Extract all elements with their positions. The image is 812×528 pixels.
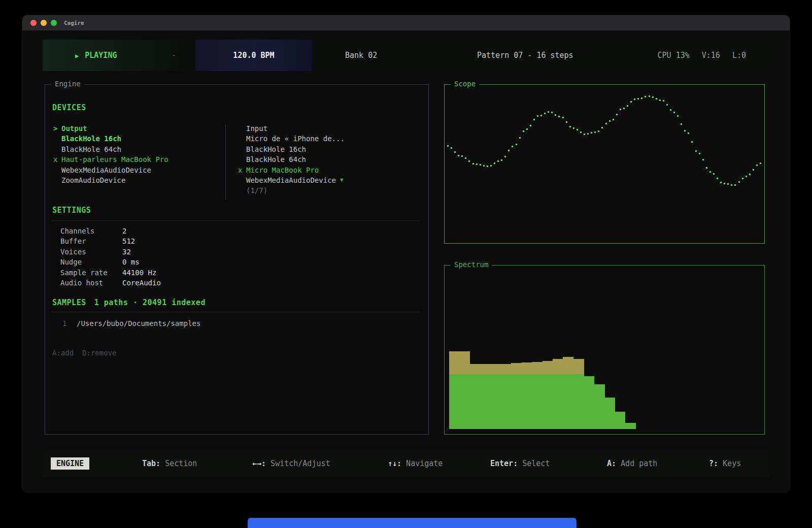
- hint-add-path: A: Add path: [607, 450, 657, 477]
- voices-count: V:16: [702, 40, 720, 71]
- input-pager: (1/7): [238, 185, 345, 195]
- settings-table: Channels2 Buffer512 Voices32 Nudge0 ms S…: [60, 226, 161, 288]
- samples-heading: SAMPLES 1 paths · 20491 indexed: [52, 298, 206, 307]
- sample-path-index: 1: [62, 318, 77, 328]
- setting-row[interactable]: Audio hostCoreAudio: [60, 278, 161, 288]
- app-content: ▶PLAYING - 120.0 BPM Bank 02 Pattern 07 …: [22, 30, 790, 492]
- statusbar-dash: -: [172, 40, 176, 71]
- spectrum-panel: Spectrum: [444, 265, 765, 435]
- divider: [52, 312, 420, 312]
- transport-status[interactable]: ▶PLAYING: [75, 40, 117, 71]
- engine-panel-title: Engine: [51, 80, 84, 88]
- hint-navigate: ↑↓: Navigate: [388, 450, 443, 477]
- section-mode-badge[interactable]: ENGINE: [51, 457, 89, 470]
- hint-switch-adjust: ←→: Switch/Adjust: [252, 450, 330, 477]
- output-column-header[interactable]: >Output: [53, 123, 168, 134]
- settings-heading: SETTINGS: [52, 206, 91, 215]
- bank-display[interactable]: Bank 02: [345, 40, 377, 71]
- input-device-list: Input Micro de « iPhone de... BlackHole …: [238, 123, 345, 196]
- scope-panel: Scope: [444, 84, 765, 244]
- selection-cursor: >: [53, 123, 61, 134]
- sample-path: /Users/bubo/Documents/samples: [77, 318, 200, 328]
- device-item[interactable]: WebexMediaAudioDevice▼: [238, 175, 345, 185]
- device-item[interactable]: BlackHole 16ch: [238, 144, 345, 154]
- play-icon: ▶: [75, 52, 79, 59]
- samples-label: SAMPLES: [52, 298, 86, 307]
- zoom-button[interactable]: [51, 20, 57, 26]
- sample-path-row[interactable]: 1 /Users/bubo/Documents/samples: [62, 318, 200, 328]
- play-label: PLAYING: [85, 51, 117, 60]
- app-window: Cagire ▶PLAYING - 120.0 BPM Bank 02 Patt…: [22, 15, 790, 492]
- status-bar: ▶PLAYING - 120.0 BPM Bank 02 Pattern 07 …: [43, 40, 769, 71]
- device-item[interactable]: BlackHole 16ch: [53, 134, 168, 144]
- pattern-display[interactable]: Pattern 07 - 16 steps: [477, 40, 573, 71]
- column-divider: [225, 124, 226, 200]
- setting-row[interactable]: Channels2: [60, 226, 161, 236]
- window-title: Cagire: [64, 20, 84, 26]
- footer-bar: ENGINE Tab: Section ←→: Switch/Adjust ↑↓…: [43, 450, 769, 477]
- dock-strip: [248, 518, 577, 528]
- device-item[interactable]: BlackHole 64ch: [53, 144, 168, 154]
- bpm-display[interactable]: 120.0 BPM: [195, 40, 312, 71]
- engine-panel: Engine DEVICES >Output BlackHole 16ch Bl…: [45, 84, 429, 435]
- traffic-lights: [30, 20, 57, 26]
- device-item[interactable]: BlackHole 64ch: [238, 154, 345, 164]
- device-item[interactable]: Micro de « iPhone de...: [238, 134, 345, 144]
- device-item[interactable]: ZoomAudioDevice: [53, 175, 168, 185]
- device-item[interactable]: xMicro MacBook Pro: [238, 165, 345, 175]
- device-item[interactable]: xHaut-parleurs MacBook Pro: [53, 154, 168, 164]
- samples-keys-hint: A:add D:remove: [52, 349, 116, 357]
- scope-canvas: [445, 85, 764, 243]
- spectrum-canvas: [445, 266, 764, 434]
- hint-select: Enter: Select: [490, 450, 550, 477]
- divider: [52, 220, 420, 221]
- cpu-usage: CPU 13%: [658, 40, 690, 71]
- minimize-button[interactable]: [41, 20, 47, 26]
- latency-value: L:0: [732, 40, 746, 71]
- device-item[interactable]: WebexMediaAudioDevice: [53, 165, 168, 175]
- samples-info: 1 paths · 20491 indexed: [94, 298, 206, 307]
- devices-heading: DEVICES: [52, 103, 86, 112]
- setting-row[interactable]: Buffer512: [60, 236, 161, 246]
- setting-row[interactable]: Voices32: [60, 247, 161, 257]
- input-column-header[interactable]: Input: [238, 123, 345, 134]
- output-device-list: >Output BlackHole 16ch BlackHole 64ch xH…: [53, 123, 168, 185]
- scroll-more-icon: ▼: [340, 175, 344, 185]
- hint-tab: Tab: Section: [142, 450, 197, 477]
- close-button[interactable]: [30, 20, 37, 26]
- cpu-stats: CPU 13% V:16 L:0: [658, 40, 746, 71]
- setting-row[interactable]: Nudge0 ms: [60, 257, 161, 267]
- setting-row[interactable]: Sample rate44100 Hz: [60, 268, 161, 278]
- hint-keys: ?: Keys: [709, 450, 741, 477]
- titlebar: Cagire: [22, 15, 790, 30]
